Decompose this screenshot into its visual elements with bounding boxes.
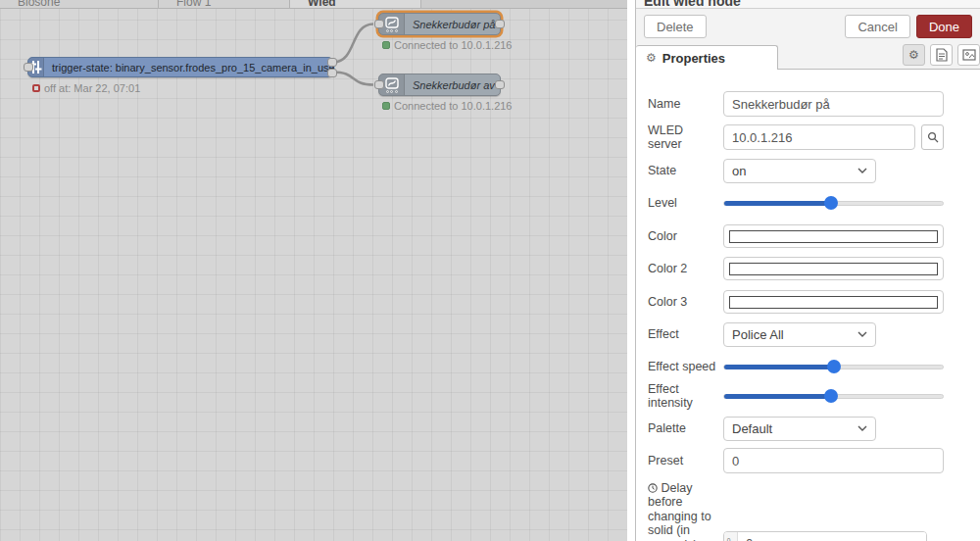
tab-properties[interactable]: ⚙ Properties	[636, 45, 778, 70]
tray-gutter	[627, 0, 635, 541]
color2-picker[interactable]	[723, 257, 944, 280]
status-text: Connected to 10.0.1.216	[394, 39, 512, 51]
preset-label: Preset	[648, 454, 719, 467]
node-wled-off[interactable]: Snekkerbudør av	[378, 74, 501, 96]
output-port[interactable]	[495, 80, 505, 89]
gear-icon: ⚙	[646, 51, 657, 65]
trigger-node-status: off at: Mar 22, 07:01	[32, 82, 140, 94]
description-button[interactable]	[930, 44, 953, 66]
color3-row: Color 3	[648, 289, 944, 315]
effect-speed-slider[interactable]	[723, 355, 944, 378]
done-button[interactable]: Done	[916, 15, 972, 38]
flow-wires	[0, 0, 627, 541]
status-ring-red-icon	[32, 84, 40, 92]
workspace-tab-wled[interactable]: Wled	[290, 0, 421, 9]
wled-ooo-icon	[386, 90, 398, 93]
flow-canvas[interactable]: Biosone Flow 1 Wled trigger-state: binar…	[0, 0, 627, 541]
input-port[interactable]	[374, 80, 384, 89]
color-swatch[interactable]	[729, 230, 938, 243]
tab-properties-label: Properties	[662, 51, 725, 66]
preset-row: Preset	[648, 448, 944, 473]
wled-off-status: Connected to 10.0.1.216	[382, 100, 512, 112]
color2-row: Color 2	[648, 256, 944, 281]
tray-title-text: Edit wled node	[644, 0, 741, 9]
magnifier-icon	[927, 131, 939, 143]
color-row: Color	[648, 223, 944, 249]
status-text: Connected to 10.0.1.216	[394, 100, 512, 112]
editor-mini-buttons: ⚙	[903, 44, 980, 66]
status-dot-green-icon	[382, 41, 390, 49]
palette-select[interactable]: Default	[723, 417, 876, 441]
output-port-1[interactable]	[327, 58, 337, 67]
delay-input[interactable]	[738, 532, 926, 541]
color3-swatch[interactable]	[729, 296, 938, 309]
server-search-button[interactable]	[921, 124, 944, 150]
color-label: Color	[648, 229, 719, 243]
name-label: Name	[648, 97, 719, 111]
color2-swatch[interactable]	[729, 263, 938, 275]
workspace-tab-label: Biosone	[18, 0, 60, 9]
palette-select-value: Default	[732, 421, 858, 436]
node-label: trigger-state: binary_sensor.frodes_pro_…	[44, 62, 335, 74]
chevron-down-icon	[858, 425, 867, 431]
node-label: Snekkerbudør av	[405, 79, 495, 91]
effect-speed-slider-thumb[interactable]	[827, 360, 841, 373]
input-port[interactable]	[374, 20, 384, 28]
wled-ooo-icon	[386, 29, 398, 32]
workspace-tab-label: Flow 1	[176, 0, 211, 9]
wled-server-row: WLED server	[648, 123, 944, 151]
chevron-down-icon	[858, 168, 867, 173]
effect-intensity-label: Effect intensity	[648, 382, 719, 410]
effect-select[interactable]: Police All	[723, 322, 876, 347]
edit-tray: Edit wled node Delete Cancel Done ⚙ Prop…	[635, 0, 980, 541]
clock-icon	[648, 483, 658, 493]
state-row: State on	[648, 158, 944, 183]
effect-speed-label: Effect speed	[648, 360, 719, 373]
workspace-tab-flow1[interactable]: Flow 1	[159, 0, 290, 9]
level-slider-thumb[interactable]	[824, 196, 838, 210]
output-port[interactable]	[495, 20, 505, 28]
output-port-2[interactable]	[327, 69, 337, 77]
workspace-tabbar: Biosone Flow 1 Wled	[0, 0, 627, 9]
level-row: Level	[648, 190, 944, 216]
cancel-button[interactable]: Cancel	[845, 15, 909, 38]
document-icon	[936, 48, 948, 62]
palette-label: Palette	[648, 421, 719, 435]
effect-label: Effect	[648, 327, 719, 341]
node-wled-on[interactable]: Snekkerbudør på	[378, 13, 501, 35]
workspace-tab-label: Wled	[308, 0, 336, 9]
wled-server-input[interactable]	[723, 124, 915, 150]
properties-gear-button[interactable]: ⚙	[903, 44, 925, 66]
chevron-down-icon	[858, 331, 867, 337]
effect-intensity-slider[interactable]	[723, 384, 944, 408]
delay-typed-input[interactable]: 09	[723, 531, 927, 541]
workspace-tab-biosone[interactable]: Biosone	[0, 0, 159, 9]
delete-button[interactable]: Delete	[644, 15, 707, 38]
tray-button-row: Delete Cancel Done	[636, 9, 980, 44]
effect-speed-row: Effect speed	[648, 354, 944, 379]
properties-form: Name WLED server State on	[636, 70, 980, 541]
image-frame-icon	[962, 49, 976, 61]
color-picker[interactable]	[723, 224, 944, 248]
effect-row: Effect Police All	[648, 321, 944, 347]
tray-title: Edit wled node	[636, 0, 980, 9]
node-trigger-state[interactable]: trigger-state: binary_sensor.frodes_pro_…	[27, 57, 333, 77]
appearance-button[interactable]	[957, 44, 980, 66]
number-type-icon[interactable]: 09	[724, 532, 738, 541]
level-slider[interactable]	[723, 191, 944, 215]
name-input[interactable]	[723, 91, 944, 117]
delay-label: Delay before changing to solid (in secon…	[648, 481, 722, 541]
effect-intensity-slider-thumb[interactable]	[824, 389, 838, 403]
state-select[interactable]: on	[723, 159, 876, 183]
preset-input[interactable]	[723, 448, 944, 473]
status-text: off at: Mar 22, 07:01	[44, 82, 140, 94]
level-label: Level	[648, 196, 719, 210]
status-dot-green-icon	[382, 102, 390, 110]
effect-intensity-row: Effect intensity	[648, 382, 944, 410]
input-port[interactable]	[24, 63, 33, 72]
state-label: State	[648, 164, 719, 177]
effect-select-value: Police All	[732, 327, 858, 342]
color3-label: Color 3	[648, 295, 719, 309]
color3-picker[interactable]	[723, 290, 944, 314]
wled-server-label: WLED server	[648, 123, 719, 151]
